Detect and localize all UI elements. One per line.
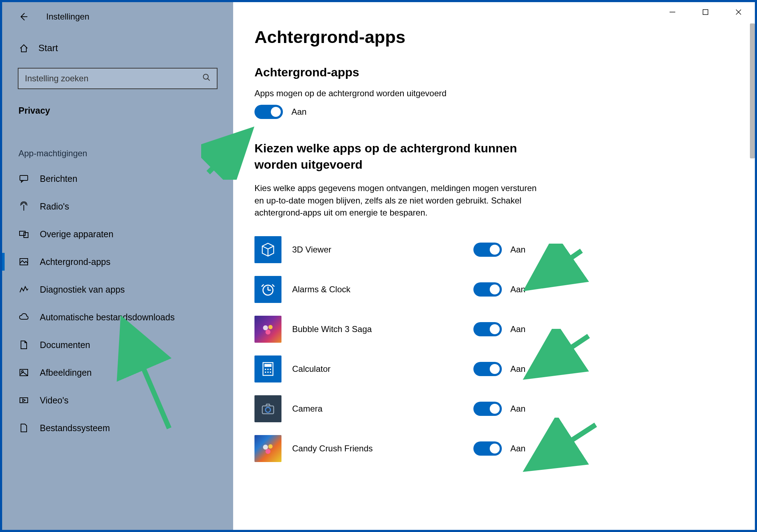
content-row: Instellingen Start Privacy App-machtigin… [2, 2, 755, 530]
diagnostics-icon [18, 284, 29, 295]
sidebar-item-videos[interactable]: Video's [2, 386, 233, 414]
radio-icon [18, 201, 29, 212]
app-toggle-label: Aan [510, 245, 526, 255]
svg-point-23 [265, 369, 266, 370]
app-name: Bubble Witch 3 Saga [292, 324, 431, 334]
app-row: Bubble Witch 3 SagaAan [254, 309, 734, 349]
app-toggle-group: Aan [473, 243, 526, 257]
svg-point-18 [263, 325, 268, 330]
message-icon [18, 173, 29, 184]
section1-desc: Apps mogen op de achtergrond worden uitg… [254, 88, 734, 98]
svg-point-26 [265, 371, 266, 373]
sidebar-item-achtergrond-apps[interactable]: Achtergrond-apps [2, 248, 233, 276]
app-toggle[interactable] [473, 441, 502, 456]
app-toggle[interactable] [473, 322, 502, 336]
app-toggle-label: Aan [510, 364, 526, 374]
svg-point-30 [265, 407, 270, 412]
app-toggle-group: Aan [473, 322, 526, 336]
devices-icon [18, 229, 29, 239]
file-icon [18, 423, 29, 433]
calculator-icon [254, 355, 281, 382]
sidebar-item-label: Overige apparaten [40, 229, 113, 239]
video-icon [18, 395, 29, 406]
app-toggle-label: Aan [510, 444, 526, 454]
search-input[interactable] [25, 74, 203, 83]
main-content: Achtergrond-apps Achtergrond-apps Apps m… [233, 2, 755, 530]
sidebar-item-radios[interactable]: Radio's [2, 192, 233, 220]
app-toggle[interactable] [473, 402, 502, 416]
alarm-icon [254, 276, 281, 303]
home-icon [18, 43, 29, 54]
sidebar-item-diagnostiek[interactable]: Diagnostiek van apps [2, 276, 233, 303]
cube-icon [254, 236, 281, 263]
svg-rect-1 [703, 10, 708, 15]
app-row: Alarms & ClockAan [254, 270, 734, 309]
svg-point-20 [265, 330, 270, 335]
back-button[interactable] [18, 11, 28, 22]
app-row: CalculatorAan [254, 349, 734, 389]
apps-list: 3D ViewerAanAlarms & ClockAanBubble Witc… [254, 230, 734, 468]
settings-window: Instellingen Start Privacy App-machtigin… [0, 0, 757, 532]
app-toggle[interactable] [473, 282, 502, 297]
app-toggle-label: Aan [510, 284, 526, 294]
app-toggle-group: Aan [473, 402, 526, 416]
master-toggle[interactable] [254, 105, 283, 119]
sidebar-item-label: Radio's [40, 201, 69, 212]
game-icon [254, 316, 281, 343]
search-icon [203, 74, 210, 83]
app-toggle-group: Aan [473, 441, 526, 456]
home-nav[interactable]: Start [2, 28, 233, 64]
sidebar-item-documenten[interactable]: Documenten [2, 331, 233, 359]
sidebar-item-label: Documenten [40, 340, 90, 350]
svg-point-27 [267, 371, 269, 373]
cloud-icon [18, 312, 29, 322]
app-row: Candy Crush FriendsAan [254, 429, 734, 468]
window-title: Instellingen [46, 12, 89, 22]
sidebar-item-afbeeldingen[interactable]: Afbeeldingen [2, 359, 233, 386]
app-toggle-label: Aan [510, 404, 526, 414]
sidebar-item-label: Bestandssysteem [40, 423, 110, 433]
app-row: CameraAan [254, 389, 734, 429]
section-label: App-machtigingen [2, 120, 233, 165]
section1-title: Achtergrond-apps [254, 65, 734, 79]
svg-point-32 [268, 444, 273, 449]
sidebar-item-label: Afbeeldingen [40, 368, 92, 378]
document-icon [18, 340, 29, 350]
minimize-button[interactable] [664, 4, 681, 21]
svg-point-19 [268, 325, 273, 329]
app-toggle-label: Aan [510, 324, 526, 334]
svg-point-33 [265, 449, 270, 454]
master-toggle-row: Aan [254, 105, 734, 119]
search-box[interactable] [18, 68, 218, 89]
game-icon [254, 435, 281, 462]
sidebar-item-label: Achtergrond-apps [40, 257, 111, 267]
sidebar-item-bestandssysteem[interactable]: Bestandssysteem [2, 414, 233, 442]
svg-rect-9 [20, 231, 25, 235]
maximize-button[interactable] [697, 4, 714, 21]
image-icon [18, 367, 29, 378]
sidebar-item-label: Video's [40, 395, 69, 406]
close-button[interactable] [730, 4, 747, 21]
section2-desc: Kies welke apps gegevens mogen ontvangen… [254, 182, 539, 219]
app-name: Candy Crush Friends [292, 444, 431, 454]
svg-point-28 [270, 371, 271, 373]
app-name: 3D Viewer [292, 245, 431, 255]
app-toggle-group: Aan [473, 282, 526, 297]
app-row: 3D ViewerAan [254, 230, 734, 270]
svg-line-6 [208, 78, 210, 81]
svg-rect-7 [20, 175, 28, 180]
svg-rect-22 [264, 364, 272, 367]
scrollbar-thumb[interactable] [750, 23, 755, 158]
svg-point-25 [270, 369, 271, 370]
app-toggle[interactable] [473, 243, 502, 257]
app-toggle[interactable] [473, 362, 502, 376]
svg-point-31 [263, 445, 268, 450]
app-name: Camera [292, 404, 431, 414]
sidebar-item-berichten[interactable]: Berichten [2, 165, 233, 192]
app-name: Alarms & Clock [292, 284, 431, 294]
section2-title: Kiezen welke apps op de achtergrond kunn… [254, 140, 539, 173]
sidebar-item-overige[interactable]: Overige apparaten [2, 220, 233, 248]
sidebar: Instellingen Start Privacy App-machtigin… [2, 2, 233, 530]
sidebar-item-auto-download[interactable]: Automatische bestandsdownloads [2, 303, 233, 331]
window-controls [664, 2, 755, 22]
